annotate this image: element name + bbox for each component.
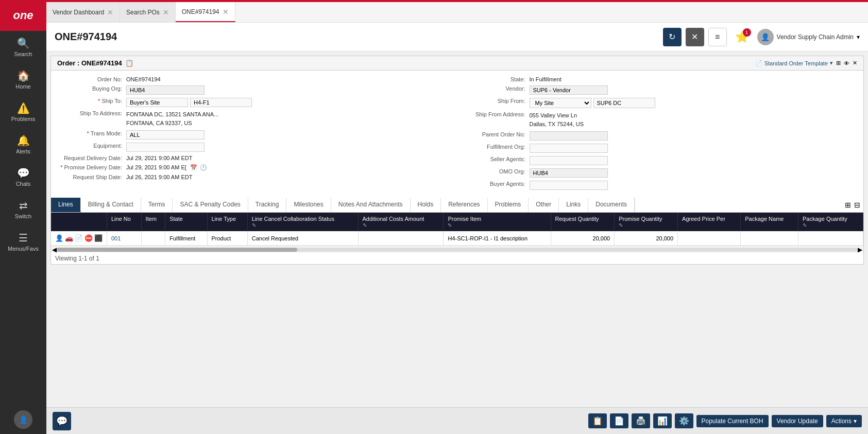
tab-problems[interactable]: Problems [488, 198, 529, 212]
icon-btn-4[interactable]: 📊 [653, 413, 672, 428]
tab-vendor-dashboard[interactable]: Vendor Dashboard ✕ [46, 2, 120, 22]
vendor-input[interactable] [530, 85, 608, 95]
col-package-qty: Package Quantity ✎ [798, 213, 863, 231]
template-dropdown-arrow[interactable]: ▾ [830, 60, 833, 66]
row-user-icon[interactable]: 👤 [55, 234, 63, 242]
seller-agents-input[interactable] [530, 156, 608, 165]
table-icon[interactable]: ⊞ [836, 60, 841, 66]
icon-btn-3[interactable]: 🖨️ [632, 413, 650, 428]
omo-org-label: OMO Org: [463, 168, 530, 175]
order-panel-title: Order : ONE#974194 📋 [57, 59, 133, 67]
copy-icon[interactable]: 📋 [125, 59, 133, 67]
line-no-link[interactable]: 001 [111, 235, 121, 241]
equipment-input[interactable] [126, 143, 205, 152]
switch-icon: ⇄ [19, 199, 28, 212]
fulfillment-org-input[interactable] [530, 144, 608, 153]
tab-lines[interactable]: Lines [51, 198, 81, 212]
close-one974194-btn[interactable]: ✕ [223, 8, 229, 16]
tab-documents[interactable]: Documents [588, 198, 635, 212]
sidebar-item-home[interactable]: 🏠 Home [0, 63, 46, 96]
sidebar-item-switch[interactable]: ⇄ Switch [0, 193, 46, 225]
icon-btn-1[interactable]: 📋 [588, 413, 607, 428]
vendor-update-button[interactable]: Vendor Update [772, 415, 823, 427]
ship-to-label: Ship To: [59, 98, 126, 104]
viewing-text: Viewing 1-1 of 1 [51, 253, 863, 264]
user-avatar-sidebar[interactable]: 👤 [14, 410, 32, 429]
promise-qty-edit-icon[interactable]: ✎ [619, 222, 623, 228]
sidebar-item-chats[interactable]: 💬 Chats [0, 161, 46, 193]
horizontal-scrollbar[interactable]: ◀ ▶ [51, 246, 863, 253]
add-costs-edit-icon[interactable]: ✎ [363, 222, 367, 228]
close-button[interactable]: ✕ [686, 28, 704, 46]
close-panel-icon[interactable]: ✕ [853, 60, 857, 66]
tab-billing[interactable]: Billing & Contact [81, 198, 141, 212]
chat-button[interactable]: 💬 [53, 412, 71, 430]
user-dropdown-icon[interactable]: ▾ [857, 33, 860, 41]
cancel-collab-edit-icon[interactable]: ✎ [252, 222, 256, 228]
package-qty-edit-icon[interactable]: ✎ [803, 222, 807, 228]
row-stop-icon[interactable]: ⛔ [84, 234, 93, 242]
sidebar-item-problems[interactable]: ⚠️ Problems [0, 96, 46, 128]
icon-btn-2[interactable]: 📄 [610, 413, 628, 428]
close-search-pos-btn[interactable]: ✕ [163, 8, 169, 16]
user-area[interactable]: 👤 Vendor Supply Chain Admin ▾ [757, 29, 860, 45]
row-car-icon[interactable]: 🚗 [65, 234, 73, 242]
buying-org-input[interactable] [126, 85, 205, 95]
calendar-icon[interactable]: 📅 [190, 164, 197, 170]
tab-tracking[interactable]: Tracking [248, 198, 287, 212]
eye-icon[interactable]: 👁 [844, 60, 849, 66]
actions-button[interactable]: Actions ▾ [826, 415, 862, 427]
sidebar-label-problems: Problems [11, 116, 35, 122]
buyer-agents-input[interactable] [530, 181, 608, 190]
tab-links[interactable]: Links [559, 198, 588, 212]
trans-mode-input[interactable] [126, 130, 205, 140]
scroll-thumb[interactable] [57, 248, 297, 252]
order-panel-controls: 📄 Standard Order Template ▾ ⊞ 👁 ✕ [755, 60, 857, 66]
ship-from-select[interactable]: My Site [530, 98, 591, 108]
menu-button[interactable]: ≡ [708, 28, 727, 46]
close-vendor-dashboard-btn[interactable]: ✕ [107, 8, 113, 16]
template-dropdown[interactable]: 📄 Standard Order Template ▾ [755, 60, 833, 66]
tab-milestones[interactable]: Milestones [286, 198, 331, 212]
omo-org-input[interactable] [530, 168, 608, 178]
ship-from-addr2: Dallas, TX 75244, US [530, 120, 584, 129]
lines-table: Line No Item State Line Type [51, 213, 863, 246]
sidebar-item-alerts[interactable]: 🔔 Alerts [0, 128, 46, 161]
scroll-track[interactable] [57, 248, 858, 252]
collapse-table-icon[interactable]: ⊟ [854, 201, 860, 209]
refresh-button[interactable]: ↻ [663, 28, 682, 46]
sidebar-item-search[interactable]: 🔍 Search [0, 31, 46, 63]
ship-to-f-input[interactable] [190, 98, 252, 107]
tab-one974194[interactable]: ONE#974194 ✕ [176, 2, 235, 22]
row-resize-icon[interactable]: ⬛ [94, 234, 103, 242]
equipment-row: Equipment: [59, 141, 452, 153]
row-package-name [741, 231, 798, 246]
scroll-left-arrow[interactable]: ◀ [52, 246, 57, 253]
tab-search-pos[interactable]: Search POs ✕ [120, 2, 176, 22]
sidebar-item-menus[interactable]: ☰ Menus/Favs [0, 225, 46, 258]
tab-sac[interactable]: SAC & Penalty Codes [173, 198, 248, 212]
expand-table-icon[interactable]: ⊞ [845, 201, 851, 209]
tab-references[interactable]: References [441, 198, 487, 212]
order-tabs-bar: Lines Billing & Contact Terms SAC & Pena… [51, 198, 863, 213]
app-logo[interactable]: one [0, 0, 46, 31]
scroll-right-arrow[interactable]: ▶ [858, 246, 862, 253]
ship-from-dc-input[interactable] [593, 98, 655, 108]
notification-area[interactable]: ⭐ 1 [735, 30, 749, 44]
promise-item-edit-icon[interactable]: ✎ [448, 222, 452, 228]
ship-to-site-input[interactable] [126, 98, 188, 107]
col-req-qty: Request Quantity [551, 213, 615, 231]
tab-terms[interactable]: Terms [141, 198, 173, 212]
ship-to-address-value: FONTANA DC, 13521 SANTA ANA... FONTANA, … [126, 110, 218, 127]
clock-icon[interactable]: 🕐 [200, 164, 207, 170]
row-doc-icon[interactable]: 📄 [75, 234, 83, 242]
buying-org-row: Buying Org: [59, 84, 452, 96]
tab-holds[interactable]: Holds [411, 198, 441, 212]
parent-order-input[interactable] [530, 131, 608, 141]
icon-btn-5[interactable]: ⚙️ [675, 413, 693, 428]
ship-to-addr1: FONTANA DC, 13521 SANTA ANA... [126, 110, 218, 119]
tab-other[interactable]: Other [529, 198, 559, 212]
tab-notes[interactable]: Notes And Attachments [331, 198, 411, 212]
row-promise-qty: 20,000 [615, 231, 678, 246]
populate-boh-button[interactable]: Populate Current BOH [696, 415, 769, 427]
